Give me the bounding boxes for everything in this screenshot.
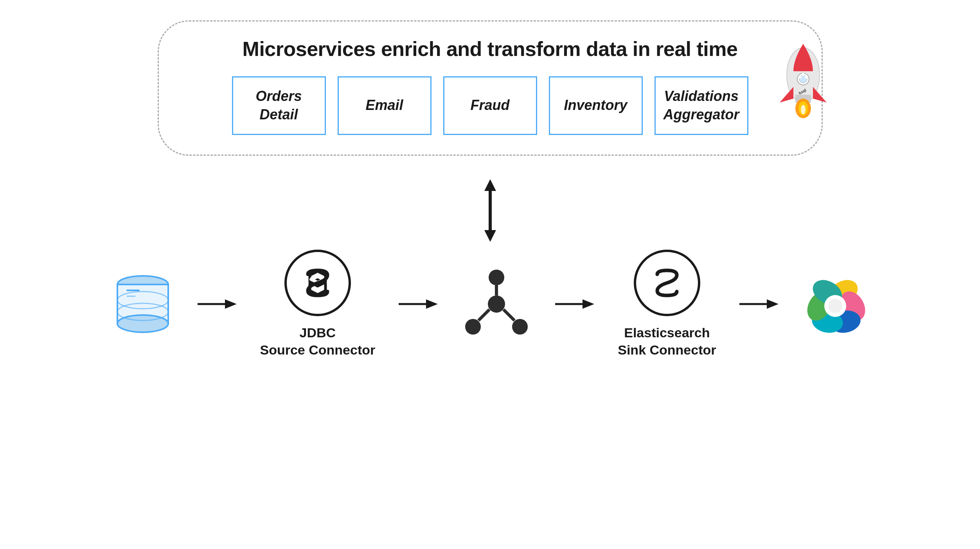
rocket-icon: ksql (772, 40, 834, 118)
service-email: Email (338, 76, 432, 135)
svg-point-30 (465, 319, 481, 335)
svg-rect-13 (489, 190, 492, 231)
svg-point-8 (798, 76, 802, 79)
kafka-icon (461, 269, 532, 339)
elasticsearch-sink-label: ElasticsearchSink Connector (618, 324, 716, 358)
services-row: OrdersDetail Email Fraud Inventory Valid… (232, 76, 748, 135)
service-orders-detail: OrdersDetail (232, 76, 326, 135)
svg-point-7 (801, 105, 806, 114)
database-icon (111, 269, 174, 339)
jdbc-connector-icon (284, 250, 351, 316)
elasticsearch-logo-component (802, 271, 869, 337)
main-title: Microservices enrich and transform data … (243, 37, 738, 61)
service-inventory: Inventory (549, 76, 643, 135)
arrow-kafka-to-elastic-connector (555, 296, 594, 312)
kafka-component (461, 269, 532, 339)
svg-marker-38 (767, 299, 779, 309)
svg-marker-23 (225, 299, 237, 309)
service-fraud: Fraud (443, 76, 537, 135)
elasticsearch-logo-icon (802, 271, 869, 337)
svg-point-9 (805, 76, 808, 79)
service-validations-aggregator: ValidationsAggregator (655, 76, 748, 135)
svg-point-31 (512, 319, 528, 335)
svg-point-28 (488, 295, 505, 313)
elasticsearch-connector-component: ElasticsearchSink Connector (618, 250, 716, 358)
svg-point-10 (802, 73, 805, 76)
database-component (111, 269, 174, 339)
jdbc-label: JDBCSource Connector (260, 324, 376, 358)
microservices-section: Microservices enrich and transform data … (158, 20, 823, 156)
svg-line-34 (503, 310, 514, 320)
svg-marker-12 (484, 179, 496, 191)
svg-point-46 (828, 299, 842, 313)
arrow-elastic-connector-to-elastic (739, 296, 779, 312)
svg-line-33 (478, 310, 489, 320)
svg-point-29 (489, 270, 504, 285)
dashed-border: Microservices enrich and transform data … (158, 20, 823, 156)
arrow-jdbc-to-kafka (399, 296, 438, 312)
vertical-bidirectional-arrow (478, 179, 502, 242)
elasticsearch-connector-icon (634, 250, 700, 316)
jdbc-connector-component: JDBCSource Connector (260, 250, 376, 358)
main-diagram: Microservices enrich and transform data … (60, 20, 921, 529)
svg-marker-36 (583, 299, 594, 309)
bottom-pipeline: JDBCSource Connector (111, 250, 869, 358)
svg-marker-27 (426, 299, 438, 309)
svg-marker-14 (484, 230, 496, 242)
arrow-db-to-jdbc (198, 296, 237, 312)
